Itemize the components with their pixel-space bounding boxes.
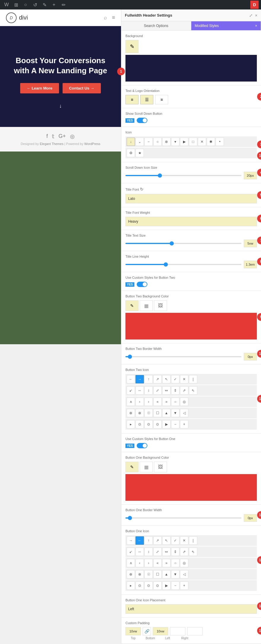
btn-one-icon-placement-select[interactable]: Left: [125, 604, 257, 614]
wordpress-link[interactable]: WordPress: [84, 142, 100, 146]
btn1-icon-check[interactable]: ✓: [171, 536, 179, 545]
btn1-icon-2-0[interactable]: ↙: [127, 548, 135, 556]
title-line-height-thumb[interactable]: [164, 262, 168, 267]
icon-gear[interactable]: ⚙: [127, 149, 135, 157]
icon-star[interactable]: ★: [136, 149, 144, 157]
orientation-left-btn[interactable]: ≡: [125, 95, 139, 104]
btn2-icon-3-6[interactable]: ◎: [180, 398, 188, 406]
btn1-icon-5-0[interactable]: ▸: [127, 581, 135, 590]
elegant-themes-link[interactable]: Elegant Themes: [40, 142, 63, 146]
btn-one-color-picker-tab[interactable]: ✎: [125, 462, 139, 472]
btn2-icon-4-5[interactable]: ▼: [171, 409, 179, 417]
btn1-icon-2-7[interactable]: ⇖: [189, 548, 197, 556]
btn-one-gradient-tab[interactable]: ▦: [140, 462, 153, 472]
btn1-icon-5-6[interactable]: +: [180, 581, 188, 590]
btn2-icon-check[interactable]: ✓: [171, 375, 179, 383]
btn2-icon-5-1[interactable]: ⊙: [136, 420, 144, 428]
btn2-icon-x[interactable]: ✕: [180, 375, 188, 383]
btn2-icon-2-5[interactable]: ⇕: [171, 386, 179, 395]
btn1-icon-3-0[interactable]: ∧: [127, 559, 135, 567]
btn2-icon-2-7[interactable]: ⇖: [189, 386, 197, 395]
btn-two-border-value[interactable]: 0px: [244, 353, 257, 361]
scroll-down-toggle[interactable]: [137, 118, 147, 123]
btn1-icon-5-3[interactable]: ⊙: [153, 581, 162, 590]
btn-one-border-thumb[interactable]: [128, 516, 132, 520]
btn2-icon-5-5[interactable]: −: [171, 420, 179, 428]
btn1-icon-5-4[interactable]: ▶: [162, 581, 171, 590]
btn2-icon-5-4[interactable]: ▶: [162, 420, 171, 428]
header-menu-icon[interactable]: ≡: [112, 15, 115, 21]
icon-arrow-down[interactable]: ↓: [127, 138, 135, 146]
icon-dropdown[interactable]: ▾: [171, 138, 179, 146]
btn2-icon-2-0[interactable]: ↙: [127, 386, 135, 395]
title-text-slider-thumb[interactable]: [170, 241, 174, 246]
edit-icon[interactable]: ✏: [59, 1, 68, 9]
btn2-icon-3-5[interactable]: ○: [171, 398, 179, 406]
resize-panel-icon[interactable]: ⤢: [249, 13, 253, 18]
btn1-icon-5-5[interactable]: −: [171, 581, 179, 590]
btn2-icon-3-0[interactable]: ∧: [127, 398, 135, 406]
btn2-icon-2-3[interactable]: ⤢: [153, 386, 162, 395]
btn1-icon-4-0[interactable]: ⊕: [127, 570, 135, 578]
btn2-icon-5-3[interactable]: ⊙: [153, 420, 162, 428]
icon-asterisk[interactable]: ✱: [207, 138, 215, 146]
scroll-down-slider-thumb[interactable]: [158, 173, 162, 178]
close-panel-icon[interactable]: ×: [255, 13, 257, 18]
btn1-icon-left-arrow[interactable]: ←: [136, 536, 144, 545]
icon-x-circle[interactable]: ✕: [198, 138, 206, 146]
btn1-icon-2-4[interactable]: ⇔: [162, 548, 171, 556]
btn1-icon-4-3[interactable]: ☐: [153, 570, 162, 578]
btn1-icon-4-1[interactable]: ⊗: [136, 570, 144, 578]
circle-icon[interactable]: ○: [21, 1, 30, 9]
padding-right-input[interactable]: [187, 627, 203, 635]
twitter-icon[interactable]: 𝕥: [52, 133, 54, 140]
btn1-icon-3-1[interactable]: ‹: [136, 559, 144, 567]
custom-btn-one-toggle[interactable]: [137, 443, 147, 448]
btn2-icon-3-3[interactable]: «: [153, 398, 162, 406]
learn-more-button[interactable]: ← Learn More: [20, 83, 59, 93]
btn1-icon-ne-arrow[interactable]: ↗: [153, 536, 162, 545]
divi-logo[interactable]: D divi: [6, 12, 28, 23]
btn2-icon-4-4[interactable]: ▲: [162, 409, 171, 417]
modified-styles-tab[interactable]: Modified Styles ×: [191, 21, 261, 30]
btn2-icon-left-arrow[interactable]: ←: [127, 375, 135, 383]
contact-us-button[interactable]: Contact Us →: [63, 83, 101, 93]
btn-two-border-thumb[interactable]: [128, 355, 132, 359]
btn1-icon-2-1[interactable]: ↔: [136, 548, 144, 556]
search-options-tab[interactable]: Search Options: [121, 21, 191, 30]
btn1-icon-2-5[interactable]: ⇕: [171, 548, 179, 556]
btn1-icon-3-4[interactable]: »: [162, 559, 171, 567]
btn2-icon-5-2[interactable]: ⊙: [144, 420, 153, 428]
btn2-icon-4-6[interactable]: ◁: [180, 409, 188, 417]
btn1-icon-nw-arrow[interactable]: ↖: [162, 536, 171, 545]
btn-one-image-tab[interactable]: 🖼: [154, 462, 167, 472]
orientation-right-btn[interactable]: ≡: [155, 95, 168, 104]
btn1-icon-scroll[interactable]: |: [189, 536, 197, 545]
btn1-icon-4-6[interactable]: ◁: [180, 570, 188, 578]
btn2-icon-4-3[interactable]: ☐: [153, 409, 162, 417]
btn1-icon-x[interactable]: ✕: [180, 536, 188, 545]
btn1-icon-5-1[interactable]: ⊙: [136, 581, 144, 590]
btn1-icon-3-3[interactable]: «: [153, 559, 162, 567]
btn1-icon-2-2[interactable]: ↕: [144, 548, 153, 556]
divi-builder-icon[interactable]: D: [250, 1, 259, 9]
wp-icon[interactable]: W: [2, 1, 11, 9]
scroll-down-icon-size-value[interactable]: 20px: [244, 172, 257, 179]
btn1-icon-2-3[interactable]: ⤢: [153, 548, 162, 556]
btn-two-color-picker-tab[interactable]: ✎: [125, 300, 139, 311]
title-font-weight-select[interactable]: Heavy: [125, 217, 257, 226]
padding-link-icon[interactable]: 🔗: [143, 627, 151, 635]
btn2-icon-3-2[interactable]: ›: [144, 398, 153, 406]
title-font-select[interactable]: Lato: [125, 194, 257, 203]
btn1-icon-3-2[interactable]: ›: [144, 559, 153, 567]
comment-icon[interactable]: ✎: [40, 1, 49, 9]
btn2-icon-nw-arrow[interactable]: ↖: [162, 375, 171, 383]
icon-dot[interactable]: •: [216, 138, 224, 146]
icon-circle-outline[interactable]: ○: [153, 138, 162, 146]
btn2-icon-3-4[interactable]: »: [162, 398, 171, 406]
btn2-icon-2-2[interactable]: ↕: [144, 386, 153, 395]
icon-circle-x[interactable]: ⊗: [162, 138, 171, 146]
icon-minus[interactable]: −: [144, 138, 153, 146]
btn2-icon-right-arrow[interactable]: →: [136, 375, 144, 383]
modified-styles-close[interactable]: ×: [255, 24, 257, 28]
